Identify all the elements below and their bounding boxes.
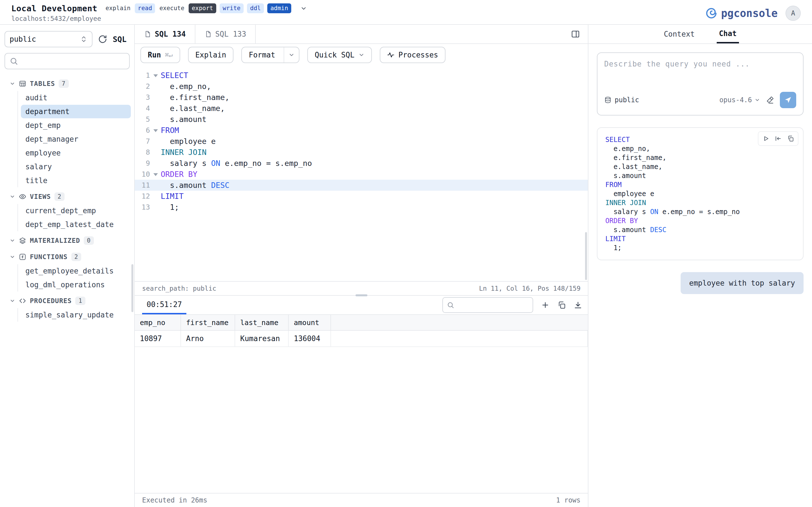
eye-icon: [19, 193, 26, 200]
environment-title: Local Development: [11, 4, 97, 13]
chevron-down-icon: [755, 97, 760, 103]
section-count: 2: [54, 192, 64, 201]
refresh-icon[interactable]: [98, 35, 107, 44]
sidebar-item-dept-emp-latest-date[interactable]: dept_emp_latest_date: [21, 218, 131, 231]
result-timer-tab[interactable]: 00:51:27: [142, 296, 186, 314]
quick-sql-button[interactable]: Quick SQL: [307, 47, 372, 63]
cell-last-name[interactable]: Kumaresan: [235, 331, 289, 346]
badge-explain: explain: [105, 3, 132, 13]
sidebar-item-log-dml-operations[interactable]: log_dml_operations: [21, 278, 131, 291]
activity-icon: [387, 51, 395, 59]
sidebar-item-audit[interactable]: audit: [21, 91, 131, 105]
sidebar-item-salary[interactable]: salary: [21, 160, 131, 173]
chevron-down-icon: [358, 52, 364, 58]
model-selector[interactable]: opus-4.6: [719, 96, 760, 104]
run-button[interactable]: Run ⌘↵: [140, 47, 180, 63]
clear-chat-icon[interactable]: [766, 96, 774, 104]
column-header[interactable]: amount: [289, 315, 331, 330]
line-number: 13: [142, 202, 150, 213]
sidebar-item-employee[interactable]: employee: [21, 146, 131, 160]
section-header-tables[interactable]: TABLES 7: [0, 76, 134, 91]
tab-sql-133[interactable]: SQL 133: [195, 25, 256, 43]
sql-mode-label[interactable]: SQL: [113, 35, 126, 44]
section-label: FUNCTIONS: [30, 253, 68, 261]
section-header-procedures[interactable]: PROCEDURES 1: [0, 294, 134, 308]
column-header[interactable]: first_name: [181, 315, 235, 330]
editor-scrollbar[interactable]: [585, 232, 587, 280]
section-label: VIEWS: [30, 193, 51, 200]
cell-emp-no[interactable]: 10897: [135, 331, 181, 346]
badge-admin: admin: [267, 3, 291, 13]
search-icon: [10, 57, 18, 65]
section-header-functions[interactable]: FUNCTIONS 2: [0, 250, 134, 264]
fold-icon[interactable]: [153, 173, 158, 176]
section-header-views[interactable]: VIEWS 2: [0, 189, 134, 204]
schema-context-chip[interactable]: public: [604, 96, 639, 104]
line-number: 1: [146, 70, 150, 81]
section-functions: FUNCTIONS 2 get_employee_details log_dml…: [0, 250, 134, 291]
database-icon: [604, 96, 612, 104]
line-number: 5: [146, 114, 150, 125]
brand: pgconsole: [705, 7, 777, 20]
chat-input[interactable]: [604, 60, 796, 86]
column-header[interactable]: last_name: [235, 315, 289, 330]
schema-tree: TABLES 7 audit department dept_emp dept_…: [0, 75, 134, 507]
download-results-icon[interactable]: [574, 301, 582, 309]
splitter-handle[interactable]: [356, 294, 367, 296]
sidebar-item-get-employee-details[interactable]: get_employee_details: [21, 264, 131, 278]
code-brackets-icon: [19, 297, 26, 304]
sidebar-item-department[interactable]: department: [21, 105, 131, 118]
assistant-sql-response: SELECT e.emp_no, e.first_name, e.last_na…: [597, 127, 804, 260]
chevron-down-icon: [10, 81, 15, 87]
results-search[interactable]: [442, 297, 533, 313]
sidebar-search[interactable]: [4, 53, 130, 69]
section-header-materialized[interactable]: MATERIALIZED 0: [0, 233, 134, 247]
editor-tabs: SQL 134 SQL 133: [135, 25, 588, 44]
sidebar-item-dept-emp[interactable]: dept_emp: [21, 119, 131, 132]
insert-snippet-icon[interactable]: [772, 133, 784, 144]
schema-selector[interactable]: public: [4, 31, 93, 47]
results-search-input[interactable]: [457, 301, 529, 309]
copy-snippet-icon[interactable]: [785, 133, 796, 144]
run-snippet-icon[interactable]: [760, 133, 771, 144]
section-materialized: MATERIALIZED 0: [0, 233, 134, 247]
file-icon: [144, 31, 151, 38]
send-button[interactable]: [780, 92, 796, 108]
column-header[interactable]: emp_no: [135, 315, 181, 330]
file-icon: [204, 31, 212, 38]
badge-export: export: [189, 3, 216, 13]
editor-statusbar: search_path: public Ln 11, Col 16, Pos 1…: [135, 281, 588, 295]
copy-results-icon[interactable]: [557, 301, 566, 309]
sql-editor[interactable]: 1SELECT 2 e.emp_no, 3 e.first_name, 4 e.…: [135, 66, 588, 281]
tab-sql-134[interactable]: SQL 134: [135, 25, 195, 43]
badges-expand-chevron-icon[interactable]: [300, 5, 307, 12]
sidebar-search-input[interactable]: [21, 57, 124, 65]
chat-input-card: public opus-4.6: [597, 52, 804, 115]
results-table: emp_no first_name last_name amount 10897…: [135, 315, 588, 507]
sidebar-scrollbar[interactable]: [132, 264, 133, 312]
tab-chat[interactable]: Chat: [717, 25, 739, 43]
fold-icon[interactable]: [153, 74, 158, 77]
editor-toolbar: Run ⌘↵ Explain Format Quick SQL: [135, 44, 588, 66]
table-row[interactable]: 10897 Arno Kumaresan 136004: [135, 331, 588, 347]
sidebar-item-title[interactable]: title: [21, 174, 131, 187]
cell-first-name[interactable]: Arno: [181, 331, 235, 346]
schema-sidebar: public SQL: [0, 25, 135, 507]
add-tab-icon[interactable]: [541, 301, 550, 309]
assistant-tabs: Context Chat: [589, 25, 812, 44]
tab-context[interactable]: Context: [661, 25, 697, 43]
panel-toggle-icon[interactable]: [563, 25, 588, 43]
results-header-row: emp_no first_name last_name amount: [135, 315, 588, 331]
search-path-status: search_path: public: [142, 285, 216, 292]
processes-button[interactable]: Processes: [380, 47, 446, 63]
avatar[interactable]: A: [785, 6, 801, 21]
format-button[interactable]: Format: [241, 47, 299, 63]
chevron-down-icon: [10, 194, 15, 200]
format-dropdown-chevron-icon[interactable]: [284, 47, 299, 62]
cell-amount[interactable]: 136004: [289, 331, 331, 346]
sidebar-item-simple-salary-update[interactable]: simple_salary_update: [21, 308, 131, 322]
sidebar-item-current-dept-emp[interactable]: current_dept_emp: [21, 204, 131, 217]
sidebar-item-dept-manager[interactable]: dept_manager: [21, 132, 131, 146]
fold-icon[interactable]: [153, 129, 158, 132]
explain-button[interactable]: Explain: [188, 47, 234, 63]
